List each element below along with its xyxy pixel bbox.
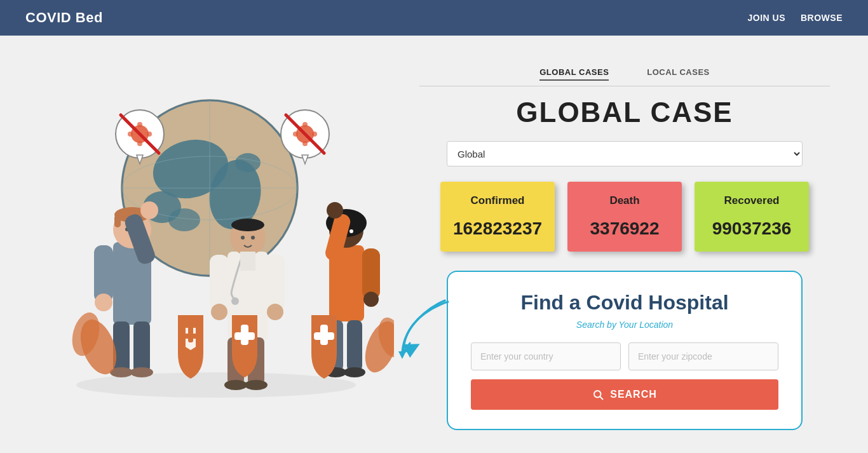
arrow-pointer-icon [397,295,454,372]
svg-rect-80 [314,332,334,340]
page-title: GLOBAL CASE [516,97,733,128]
svg-rect-40 [133,321,150,372]
search-icon [592,389,604,400]
death-value: 3376922 [578,219,672,239]
svg-rect-54 [210,255,229,312]
svg-point-51 [251,236,255,240]
stats-panel: GLOBAL CASES LOCAL CASES GLOBAL CASE Glo… [419,61,830,430]
svg-point-16 [137,141,142,146]
svg-point-38 [140,201,158,219]
tab-local-cases[interactable]: LOCAL CASES [647,67,709,81]
navbar: COVID Bed JOIN US BROWSE [0,0,868,36]
svg-point-25 [293,132,298,137]
svg-point-49 [231,219,264,231]
svg-point-26 [312,132,317,137]
svg-point-6 [235,153,261,172]
svg-marker-28 [302,155,308,164]
svg-point-60 [224,380,247,390]
svg-point-61 [245,380,268,390]
hospital-search-subtitle: Search by Your Location [471,320,778,330]
svg-point-57 [267,304,283,320]
tabs-bar: GLOBAL CASES LOCAL CASES [419,67,830,81]
illustration-panel [38,61,407,429]
nav-browse[interactable]: BROWSE [801,13,843,23]
svg-rect-53 [240,252,255,271]
svg-point-52 [231,297,239,305]
search-inputs [471,342,778,370]
death-card: Death 3376922 [567,182,682,252]
svg-point-24 [302,141,308,146]
region-dropdown[interactable]: Global USA India Brazil UK France German… [447,141,803,166]
illustration-svg [38,61,394,417]
recovered-value: 99037236 [705,219,799,239]
svg-point-68 [349,229,353,233]
recovered-card: Recovered 99037236 [695,182,809,252]
svg-marker-81 [398,351,406,359]
confirmed-card: Confirmed 162823237 [440,182,555,252]
search-button[interactable]: SEARCH [471,379,778,410]
svg-point-15 [137,122,142,127]
svg-point-55 [211,304,227,320]
svg-line-83 [600,396,603,399]
country-input[interactable] [471,342,621,370]
tab-global-cases[interactable]: GLOBAL CASES [539,67,609,81]
svg-rect-46 [183,334,198,339]
stats-cards: Confirmed 162823237 Death 3376922 Recove… [440,182,809,252]
tab-divider [419,86,830,86]
nav-links: JOIN US BROWSE [747,13,843,23]
hospital-search-title: Find a Covid Hospital [471,291,778,314]
confirmed-label: Confirmed [451,194,545,207]
svg-rect-74 [347,320,362,371]
svg-point-18 [147,132,152,137]
recovered-label: Recovered [705,194,799,207]
death-label: Death [578,194,672,207]
svg-point-76 [344,367,365,377]
svg-rect-39 [113,321,130,372]
svg-rect-63 [234,332,255,340]
svg-point-7 [168,208,200,231]
hospital-search-box: Find a Covid Hospital Search by Your Loc… [447,271,803,430]
svg-point-72 [363,292,379,307]
svg-point-36 [95,294,112,311]
svg-point-42 [130,367,153,377]
svg-point-50 [241,236,245,240]
zipcode-input[interactable] [628,342,778,370]
brand-logo: COVID Bed [25,10,103,26]
svg-rect-56 [266,255,285,312]
svg-point-70 [327,202,343,219]
svg-point-23 [302,122,308,127]
svg-rect-32 [114,215,121,227]
nav-join-us[interactable]: JOIN US [747,13,785,23]
confirmed-value: 162823237 [451,219,545,239]
main-content: GLOBAL CASES LOCAL CASES GLOBAL CASE Glo… [0,36,868,453]
svg-point-17 [128,132,133,137]
